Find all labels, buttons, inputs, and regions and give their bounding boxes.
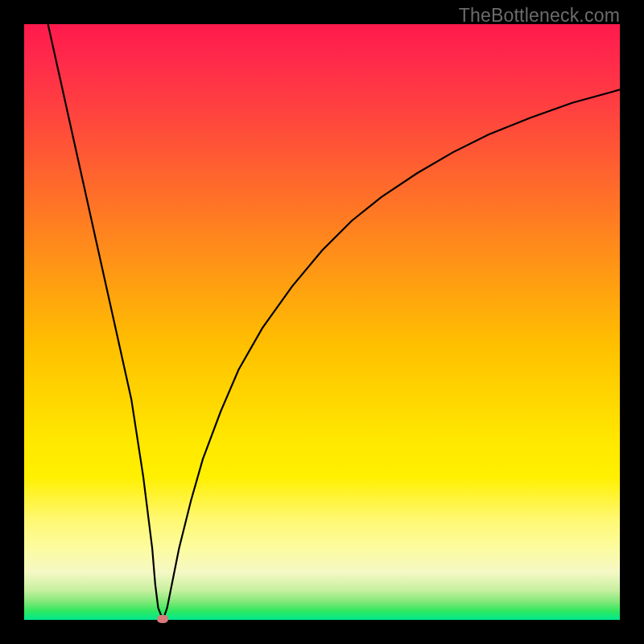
optimum-marker xyxy=(157,615,168,623)
curve-svg xyxy=(24,24,620,620)
bottleneck-curve-path xyxy=(48,24,620,620)
chart-frame: TheBottleneck.com xyxy=(0,0,644,644)
plot-area xyxy=(24,24,620,620)
watermark-text: TheBottleneck.com xyxy=(459,5,620,27)
